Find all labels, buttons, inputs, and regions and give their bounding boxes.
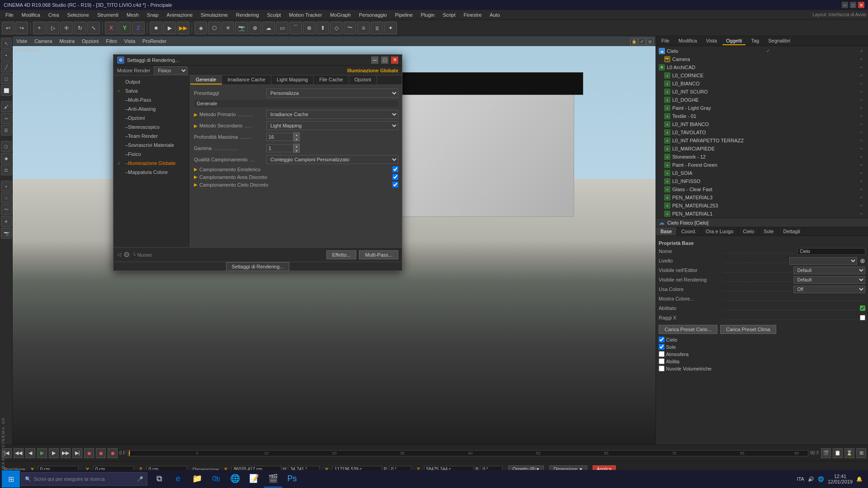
move-button[interactable]: ✛: [60, 22, 73, 34]
menu-script[interactable]: Script: [439, 11, 459, 19]
modal-close-button[interactable]: ✕: [391, 56, 398, 64]
list-item-intscuro[interactable]: ▪ L0_INT SCURO ○: [662, 88, 867, 96]
tool-points[interactable]: •: [1, 50, 12, 61]
check-sole-checkbox[interactable]: [659, 344, 665, 350]
menu-animazione[interactable]: Animazione: [163, 11, 196, 19]
modal-tab-irradiance[interactable]: Irradiance Cache: [222, 75, 271, 84]
prop-abilitato-checkbox[interactable]: [860, 305, 865, 311]
menu-mograph[interactable]: MoGraph: [326, 11, 354, 19]
camera-toolbar-button[interactable]: 📷: [235, 22, 248, 34]
timeline-end-button[interactable]: ▶|: [72, 448, 82, 458]
vp-prorender[interactable]: ProRender: [141, 38, 168, 45]
modal-minimize-button[interactable]: ─: [371, 56, 378, 64]
tool-live[interactable]: ⬡: [1, 141, 12, 152]
check-cielo-checkbox[interactable]: [659, 337, 665, 343]
menu-rendering[interactable]: Rendering: [232, 11, 263, 19]
menu-auto[interactable]: Auto: [486, 11, 504, 19]
extrude-button[interactable]: ⬆: [316, 22, 329, 34]
z-axis-button[interactable]: Z: [132, 22, 145, 34]
check-atmosfera-checkbox[interactable]: [659, 351, 665, 357]
tab-oggetti[interactable]: Oggetti: [722, 37, 745, 45]
carica-preset-clima-button[interactable]: Carica Preset Clima: [720, 325, 776, 334]
prop-livello-select[interactable]: [789, 257, 858, 265]
material-button[interactable]: ◈: [194, 22, 207, 34]
tab-segnalibri[interactable]: Segnalibri: [764, 37, 794, 45]
menu-snap[interactable]: Snap: [143, 11, 162, 19]
prop-nome-input[interactable]: [797, 248, 865, 255]
system-clock[interactable]: 12:41 12/01/2019: [828, 474, 853, 484]
vp-filtro[interactable]: Filtro: [104, 38, 118, 45]
timeline-next-key-button[interactable]: ▶▶: [61, 448, 71, 458]
timeline-grid-button[interactable]: ⊞: [856, 448, 866, 458]
minimize-button[interactable]: ─: [842, 2, 848, 8]
modal-tab-generale[interactable]: Generale: [190, 75, 222, 84]
multipass-button[interactable]: Multi-Pass...: [359, 250, 398, 259]
timeline-auto-key-button[interactable]: ⏺: [108, 448, 118, 458]
timeline-track[interactable]: 0 5 10 20 30 40 55 65 75 85 90: [127, 450, 808, 456]
menu-finestre[interactable]: Finestre: [460, 11, 486, 19]
prop-vis-editor-select[interactable]: Default: [793, 267, 866, 274]
tool-camera-left[interactable]: 📷: [1, 228, 12, 239]
tool-spline-left[interactable]: 〜: [1, 204, 12, 215]
store-button[interactable]: 🛍: [207, 470, 225, 488]
cielo-check[interactable]: ✓: [766, 48, 772, 54]
list-item-camera[interactable]: 📷 Camera ○: [662, 55, 867, 63]
tool-edges[interactable]: ╱: [1, 61, 12, 72]
presettaggi-select[interactable]: Personalizza: [266, 89, 398, 98]
vp-opzioni[interactable]: Opzioni: [80, 38, 100, 45]
render-queue-button[interactable]: 📋: [833, 448, 843, 458]
list-item-lightgray[interactable]: ▪ Paint - Light Gray ○: [662, 104, 867, 112]
metodo-primario-select[interactable]: Irradiance Cache: [266, 110, 398, 119]
floor-button[interactable]: ▭: [276, 22, 288, 34]
carica-preset-cielo-button[interactable]: Carica Preset Cielo...: [659, 325, 717, 334]
texture-button[interactable]: ⬡: [208, 22, 221, 34]
render-view-button[interactable]: ▶: [163, 22, 176, 34]
menu-simulazione[interactable]: Simulazione: [197, 11, 231, 19]
tool-light-left[interactable]: ☀: [1, 216, 12, 227]
add-object-button[interactable]: +: [33, 22, 46, 34]
cinema4d-app-button[interactable]: 🎬: [264, 470, 282, 488]
list-item-forestgreen[interactable]: ▪ Paint - Forest Green ○: [662, 161, 867, 169]
timeline-record-button[interactable]: ⏺: [84, 448, 94, 458]
taskview-button[interactable]: ⧉: [150, 470, 168, 488]
menu-personaggio[interactable]: Personaggio: [355, 11, 391, 19]
check-nuvole-checkbox[interactable]: [659, 366, 665, 371]
sidebar-illuminazione[interactable]: –Illuminazione Globale: [113, 159, 190, 168]
campionamento-area-checkbox[interactable]: [392, 174, 398, 180]
timeline-prev-key-button[interactable]: ◀◀: [14, 448, 24, 458]
scale-button[interactable]: ⤡: [87, 22, 100, 34]
tool-weight[interactable]: ⚖: [1, 164, 12, 175]
list-item-pen1[interactable]: ▪ PEN_MATERIAL1 ○: [662, 210, 867, 218]
prop-tab-coord[interactable]: Coord.: [677, 227, 701, 235]
prop-tab-sole[interactable]: Sole: [759, 227, 778, 235]
tab-modifica[interactable]: Modifica: [675, 37, 701, 45]
profondita-spinner[interactable]: ▲▼: [293, 132, 300, 141]
prop-tab-dettagli[interactable]: Dettagli: [778, 227, 805, 235]
undo-button[interactable]: ↩: [2, 22, 14, 34]
modal-maximize-button[interactable]: □: [381, 56, 388, 64]
menu-sculpt[interactable]: Sculpt: [264, 11, 285, 19]
settaggi-rendering-button[interactable]: Settaggi di Rendering...: [226, 262, 290, 271]
modal-tab-opzioni[interactable]: Opzioni: [349, 75, 377, 84]
list-item-cornice[interactable]: ▪ L0_CORNICE ○: [662, 71, 867, 80]
prop-tab-cielo[interactable]: Cielo: [738, 227, 759, 235]
prop-tab-ora[interactable]: Ora e Luogo: [701, 227, 738, 235]
bend-button[interactable]: ⌒: [289, 22, 302, 34]
render-button[interactable]: ▶▶: [177, 22, 189, 34]
vp-solo-icon[interactable]: ◎: [646, 38, 654, 45]
tab-vista[interactable]: Vista: [703, 37, 721, 45]
tool-polygons[interactable]: ◻: [1, 73, 12, 84]
timeline-record-param-button[interactable]: ⏺: [96, 448, 106, 458]
tool-magnet[interactable]: ☰: [1, 125, 12, 136]
close-button[interactable]: ✕: [858, 2, 864, 8]
metodo-secondario-select[interactable]: Light Mapping: [266, 121, 398, 130]
sidebar-output[interactable]: Output: [113, 77, 190, 86]
tool-paint[interactable]: 🖌: [1, 101, 12, 112]
list-item-glassfast[interactable]: ▪ Glass - Clear Fast ○: [662, 185, 867, 193]
menu-strumenti[interactable]: Strumenti: [94, 11, 122, 19]
list-item-stonework[interactable]: ▪ Stonework - 12 ○: [662, 153, 867, 161]
add-keyframe-button[interactable]: ⌛: [844, 448, 854, 458]
list-item-pen3[interactable]: ▪ PEN_MATERIAL3 ○: [662, 193, 867, 202]
tool-sculpt-left[interactable]: ◆: [1, 153, 12, 164]
redo-button[interactable]: ↪: [15, 22, 28, 34]
